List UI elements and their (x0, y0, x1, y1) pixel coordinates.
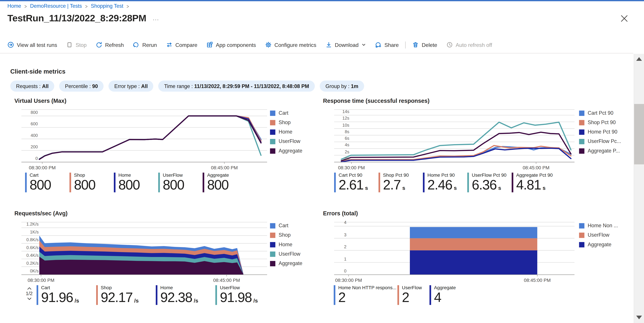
compare-button[interactable]: Compare (162, 38, 202, 52)
filter-percentile[interactable]: Percentile : 90 (59, 80, 104, 92)
legend-item[interactable]: Aggregate (579, 242, 618, 248)
metric-stat-number: 800 (30, 178, 51, 192)
legend-item[interactable]: Home (270, 129, 302, 135)
breadcrumb-resource-tests[interactable]: DemoResource | Tests (30, 3, 82, 9)
filter-requests[interactable]: Requests : All (10, 80, 54, 92)
metric-stat-label: Shop Pct 90 (383, 173, 423, 178)
legend-label: Aggregate (279, 148, 302, 154)
legend-item[interactable]: Shop (270, 232, 302, 238)
metric-stat-label: Home Pct 90 (428, 173, 467, 178)
metric-stat-unit: s (365, 185, 368, 191)
share-button[interactable]: Share (370, 38, 403, 52)
legend-swatch-icon (270, 129, 275, 134)
y-axis-tick-label: 14s (342, 109, 349, 114)
y-axis-tick-label: 12s (342, 116, 349, 120)
pager-up-icon[interactable] (27, 286, 32, 290)
vertical-scrollbar[interactable] (634, 54, 644, 323)
legend-swatch-icon (270, 251, 275, 257)
view-all-test-runs-button[interactable]: View all test runs (8, 38, 62, 52)
chart-virtual-users[interactable] (21, 109, 267, 164)
rerun-button[interactable]: Rerun (128, 38, 162, 52)
metric-stat-label: Shop (74, 173, 114, 178)
legend-swatch-icon (579, 223, 584, 228)
delete-button[interactable]: Delete (408, 38, 442, 52)
metric-stat-number: 2.7 (383, 178, 400, 192)
legend-item[interactable]: Home Pct 90 (579, 129, 621, 135)
legend-item[interactable]: UserFlow (270, 138, 302, 144)
legend-label: Home Pct 90 (588, 129, 618, 135)
metric-stat-label: Aggregate (207, 173, 247, 178)
y-axis-tick-label: 4s (345, 142, 350, 147)
filter-error-type[interactable]: Error type : All (108, 80, 153, 92)
chart-legend: Cart Pct 90Shop Pct 90Home Pct 90UserFlo… (579, 110, 621, 154)
toolbar-label: Compare (175, 42, 197, 48)
y-axis-tick-label: 0K/s (30, 268, 39, 273)
legend-item[interactable]: Shop Pct 90 (579, 120, 621, 125)
legend-item[interactable]: Home Non ... (579, 223, 618, 228)
refresh-button[interactable]: Refresh (91, 38, 128, 52)
y-axis-tick-label: 0 (36, 156, 38, 160)
legend-item[interactable]: UserFlow (270, 251, 302, 257)
filter-time-range[interactable]: Time range : 11/13/2022, 8:29:59 PM - 11… (158, 80, 315, 92)
filter-value: 1m (351, 83, 358, 89)
metric-stat-value: 4 (434, 290, 462, 304)
scrollbar-up-icon[interactable] (636, 57, 642, 61)
chevron-down-icon (362, 43, 366, 47)
metric-stat-number: 2 (338, 290, 345, 304)
close-icon[interactable] (620, 14, 629, 23)
chart-response-time[interactable] (334, 109, 574, 164)
legend-item[interactable]: Home (270, 242, 302, 248)
filter-label: Requests (16, 83, 38, 89)
metric-stat-number: 4 (434, 290, 441, 304)
configure-metrics-button[interactable]: Configure metrics (260, 38, 321, 52)
legend-item[interactable]: Aggregate (270, 260, 302, 266)
metric-stat-value: 92.17/s (100, 290, 156, 304)
metric-stat-unit: /s (74, 298, 79, 303)
metric-stat-label: UserFlow (402, 285, 430, 290)
y-axis-tick-label: 1.2K/s (26, 222, 39, 226)
more-options-button[interactable]: ... (153, 15, 159, 22)
legend-item[interactable]: Cart (270, 223, 302, 228)
legend-swatch-icon (579, 139, 584, 144)
legend-swatch-icon (270, 139, 275, 144)
scrollbar-down-icon[interactable] (636, 316, 642, 319)
y-axis-tick-label: 4 (344, 220, 346, 225)
chart-errors[interactable] (334, 222, 574, 276)
chart-requests-per-sec[interactable] (21, 222, 267, 276)
metric-stat-number: 4.81 (516, 178, 541, 192)
legend-label: Aggregate (588, 242, 612, 248)
metric-stat: Cart91.96/s (36, 285, 96, 305)
stop-button: Stop (62, 38, 91, 52)
x-axis-labels: 08:30:00 PM08:45:00 PM (334, 165, 574, 171)
metric-stat-label: Aggregate (434, 285, 462, 290)
y-axis-tick-label: 0.8K/s (26, 237, 39, 242)
metric-stat: Home Non HTTP respons...2 (334, 285, 398, 305)
metric-stat-label: UserFlow (220, 285, 275, 290)
filter-label: Time range (164, 83, 190, 89)
legend-label: Shop (279, 232, 290, 238)
breadcrumb-home[interactable]: Home (8, 3, 21, 9)
pager-down-icon[interactable] (27, 297, 32, 301)
legend-item[interactable]: Aggregate (270, 148, 302, 154)
metric-stat: Home92.38/s (156, 285, 215, 305)
toolbar-label: Configure metrics (274, 42, 316, 48)
scrollbar-thumb[interactable] (634, 104, 644, 164)
legend-item[interactable]: Cart (270, 110, 302, 116)
app-components-button[interactable]: App components (202, 38, 260, 52)
legend-item[interactable]: Cart Pct 90 (579, 110, 621, 116)
metric-stat-number: 2 (402, 290, 409, 304)
metric-stat-number: 800 (163, 178, 184, 192)
legend-item[interactable]: Shop (270, 120, 302, 125)
filter-value: 11/13/2022, 8:29:59 PM - 11/13/2022, 8:4… (194, 83, 309, 89)
metric-stat-value: 800 (74, 178, 114, 192)
y-axis-tick-label: 800 (30, 110, 38, 114)
legend-swatch-icon (270, 223, 275, 228)
download-button[interactable]: Download (321, 38, 370, 52)
legend-label: Shop (279, 120, 290, 125)
legend-item[interactable]: UserFlow Pc... (579, 138, 621, 144)
legend-item[interactable]: UserFlow (579, 232, 618, 238)
legend-item[interactable]: Aggregate P... (579, 148, 621, 154)
breadcrumb-shopping-test[interactable]: Shopping Test (91, 3, 123, 9)
filter-group-by[interactable]: Group by : 1m (320, 80, 364, 92)
app-components-icon (206, 42, 213, 48)
